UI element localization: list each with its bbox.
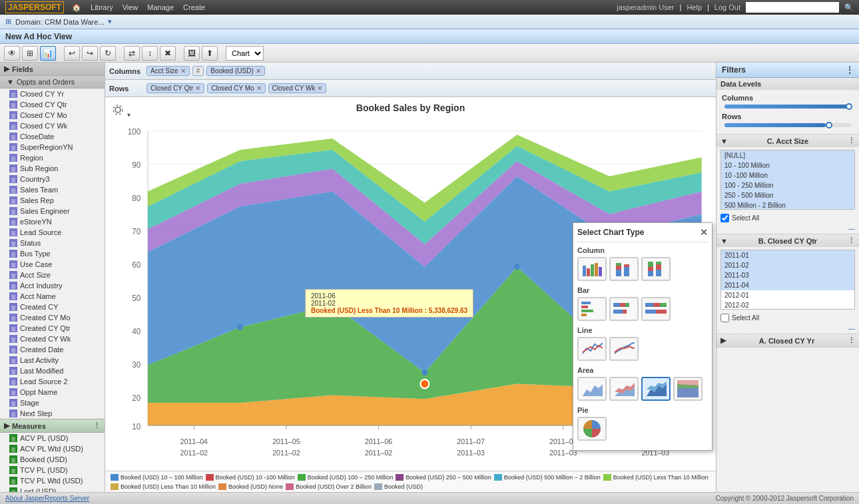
- nav-home-icon[interactable]: 🏠: [72, 3, 81, 12]
- cy-qtr-select-all[interactable]: Select All: [716, 312, 859, 324]
- acct-size-item-3[interactable]: 100 - 250 Million: [721, 180, 854, 190]
- row-tag-cymo-remove[interactable]: ✕: [256, 85, 262, 92]
- row-tag-cywk-remove[interactable]: ✕: [317, 85, 322, 92]
- row-tag-cyqtr-remove[interactable]: ✕: [195, 85, 200, 92]
- sort-btn[interactable]: ↕: [142, 46, 158, 61]
- field-item[interactable]: |||Lead Source 2: [0, 376, 105, 387]
- cy-qtr-header[interactable]: ▼ B. Closed CY Qtr ⋮: [716, 234, 859, 247]
- field-item[interactable]: |||Sales Rep: [0, 195, 105, 206]
- nav-view[interactable]: View: [123, 3, 139, 12]
- domain-options-icon[interactable]: ▾: [108, 17, 112, 26]
- status-text[interactable]: About JasperReports Server: [5, 495, 89, 502]
- field-item[interactable]: |||Last Activity: [0, 355, 105, 366]
- acct-size-item-4[interactable]: 250 - 500 Million: [721, 190, 854, 200]
- field-item[interactable]: |||Created CY Wk: [0, 334, 105, 344]
- redo-btn[interactable]: ↪: [82, 46, 98, 61]
- grid-btn[interactable]: ⊞: [22, 46, 38, 61]
- fields-header[interactable]: ▶ Fields: [0, 63, 105, 76]
- field-item[interactable]: |||Created CY Mo: [0, 312, 105, 323]
- field-item[interactable]: |||Bus Type: [0, 248, 105, 259]
- cy-qtr-item-3[interactable]: 2011-04: [721, 280, 854, 290]
- field-item[interactable]: |||eStoreYN: [0, 216, 105, 227]
- acct-size-checkbox[interactable]: [720, 214, 729, 222]
- field-item[interactable]: |||Region: [0, 152, 105, 163]
- field-item[interactable]: |||Last Modified: [0, 366, 105, 376]
- delete-btn[interactable]: ✖: [160, 46, 176, 61]
- acct-size-expand[interactable]: —: [716, 224, 859, 234]
- field-item[interactable]: |||Closed CY Mo: [0, 110, 105, 121]
- view-toggle-btn[interactable]: 👁: [4, 46, 20, 61]
- image-btn[interactable]: 🖼: [184, 46, 200, 61]
- user-link[interactable]: jasperadmin User: [617, 3, 674, 11]
- measure-item[interactable]: |||ACV PL (USD): [0, 433, 105, 443]
- field-item[interactable]: |||Closed CY Qtr: [0, 99, 105, 110]
- acct-size-item-null[interactable]: [NULL]: [721, 150, 854, 160]
- acct-size-options[interactable]: ⋮: [848, 136, 855, 145]
- acct-size-select-all[interactable]: Select All: [716, 212, 859, 224]
- measure-item[interactable]: |||Booked (USD): [0, 454, 105, 465]
- measure-item[interactable]: |||TCV PL (USD): [0, 465, 105, 475]
- cy-qtr-expand[interactable]: —: [716, 324, 859, 334]
- field-item[interactable]: |||Use Case: [0, 259, 105, 270]
- logout-link[interactable]: Log Out: [715, 3, 740, 11]
- chart-options-btn[interactable]: ▾: [111, 103, 131, 119]
- switch-btn[interactable]: ⇄: [124, 46, 140, 61]
- data-levels-header[interactable]: Data Levels: [716, 78, 859, 90]
- chart-type-select[interactable]: Chart: [226, 46, 264, 61]
- field-item[interactable]: |||Acct Industry: [0, 280, 105, 291]
- measure-item[interactable]: |||Lost (USD): [0, 486, 105, 492]
- field-item[interactable]: |||Next Step: [0, 408, 105, 419]
- field-item[interactable]: |||Sales Team: [0, 184, 105, 195]
- undo-btn[interactable]: ↩: [64, 46, 80, 61]
- cy-yr-options[interactable]: ⋮: [848, 336, 855, 345]
- field-item[interactable]: |||Acct Name: [0, 291, 105, 302]
- search-icon[interactable]: 🔍: [844, 3, 854, 12]
- measure-item[interactable]: |||TCV PL Wtd (USD): [0, 475, 105, 486]
- dl-rows-slider[interactable]: [724, 123, 851, 127]
- search-input[interactable]: [746, 2, 839, 13]
- cy-qtr-item-1[interactable]: 2011-02: [721, 260, 854, 270]
- cy-qtr-options[interactable]: ⋮: [848, 236, 855, 245]
- field-item[interactable]: |||Sub Region: [0, 163, 105, 174]
- field-item[interactable]: |||Closed CY Yr: [0, 89, 105, 99]
- field-item[interactable]: |||Created Date: [0, 344, 105, 355]
- field-item[interactable]: |||Country3: [0, 174, 105, 184]
- nav-create[interactable]: Create: [183, 3, 205, 12]
- acct-size-header[interactable]: ▼ C. Acct Size ⋮: [716, 134, 859, 147]
- oppts-group[interactable]: ▼ Oppts and Orders: [0, 76, 105, 89]
- cy-qtr-checkbox[interactable]: [720, 314, 729, 322]
- field-item[interactable]: |||Closed CY Wk: [0, 121, 105, 131]
- dl-columns-slider[interactable]: [724, 105, 851, 109]
- cy-qtr-item-5[interactable]: 2012-02: [721, 300, 854, 310]
- col-tag-acctsize-remove[interactable]: ✕: [180, 67, 186, 75]
- dl-columns-thumb[interactable]: [846, 103, 852, 110]
- cy-qtr-item-4[interactable]: 2012-01: [721, 290, 854, 300]
- measures-options-icon[interactable]: ⋮: [93, 421, 101, 430]
- dl-rows-thumb[interactable]: [826, 122, 832, 128]
- nav-library[interactable]: Library: [91, 3, 113, 12]
- field-item[interactable]: |||SuperRegionYN: [0, 142, 105, 152]
- measure-item[interactable]: |||ACV PL Wtd (USD): [0, 443, 105, 454]
- export-btn[interactable]: ⬆: [202, 46, 218, 61]
- field-item[interactable]: |||Lead Source: [0, 227, 105, 238]
- cy-yr-header[interactable]: ▶ A. Closed CY Yr ⋮: [716, 334, 859, 347]
- cy-qtr-item-0[interactable]: 2011-01: [721, 250, 854, 260]
- field-item[interactable]: |||Acct Size: [0, 270, 105, 280]
- field-item[interactable]: |||CloseDate: [0, 131, 105, 142]
- field-item[interactable]: |||Oppt Name: [0, 387, 105, 397]
- acct-size-item-2[interactable]: 10 -100 Million: [721, 170, 854, 180]
- filters-options-icon[interactable]: ⋮: [846, 65, 854, 75]
- field-item[interactable]: |||Created CY: [0, 302, 105, 312]
- cy-qtr-item-2[interactable]: 2011-03: [721, 270, 854, 280]
- nav-manage[interactable]: Manage: [147, 3, 174, 12]
- field-item[interactable]: |||Status: [0, 238, 105, 248]
- refresh-btn[interactable]: ↻: [100, 46, 116, 61]
- col-tag-booked-remove[interactable]: ✕: [256, 67, 261, 75]
- field-item[interactable]: |||Stage: [0, 397, 105, 408]
- chart-btn[interactable]: 📊: [40, 46, 56, 61]
- field-item[interactable]: |||Sales Engineer: [0, 206, 105, 216]
- measures-header[interactable]: ▶ Measures ⋮: [0, 419, 105, 433]
- acct-size-item-1[interactable]: 10 - 100 Million: [721, 160, 854, 170]
- acct-size-item-5[interactable]: 500 Million - 2 Billion: [721, 200, 854, 210]
- field-item[interactable]: |||Created CY Qtr: [0, 323, 105, 334]
